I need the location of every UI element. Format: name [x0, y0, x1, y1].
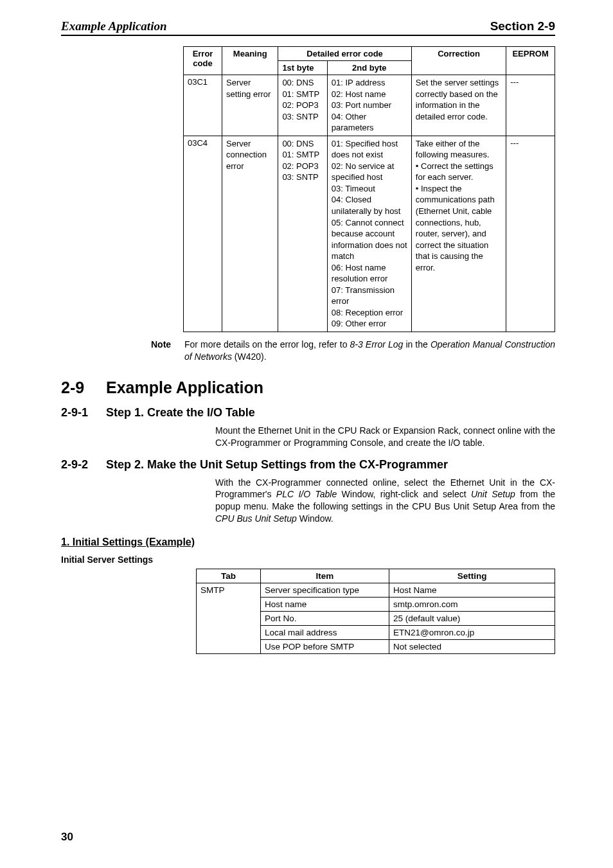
- note-text-suffix: (W420).: [232, 351, 267, 362]
- header-left: Example Application: [61, 19, 167, 33]
- subsection-body: With the CX-Programmer connected online,…: [215, 477, 555, 526]
- body-part: Window, right-click and select: [337, 489, 471, 499]
- cell-item: Port No.: [261, 612, 389, 626]
- cell-setting: Host Name: [389, 583, 555, 598]
- error-code-table: Error code Meaning Detailed error code C…: [183, 46, 555, 332]
- page-number: 30: [61, 831, 73, 844]
- initial-server-settings-heading: Initial Server Settings: [61, 554, 555, 565]
- th-error-code: Error code: [184, 47, 222, 75]
- th-eeprom: EEPROM: [506, 47, 555, 75]
- subsection-heading: 2-9-2Step 2. Make the Unit Setup Setting…: [61, 458, 555, 472]
- body-italic: CPU Bus Unit Setup: [215, 513, 297, 524]
- section-number: 2-9: [61, 378, 106, 397]
- cell-correction: Take either of the following measures. •…: [411, 136, 506, 332]
- section-title: Example Application: [106, 378, 263, 396]
- cell-correction: Set the server settings correctly based …: [411, 75, 506, 136]
- cell-eeprom: ---: [506, 136, 555, 332]
- cell-code: 03C4: [184, 136, 222, 332]
- header-right: Section 2-9: [490, 19, 555, 33]
- th-setting: Setting: [389, 569, 555, 583]
- subsection-number: 2-9-1: [61, 406, 106, 420]
- th-tab: Tab: [197, 569, 261, 583]
- note-text-mid: in the: [403, 339, 431, 350]
- section-heading: 2-9Example Application: [61, 378, 555, 397]
- settings-table: Tab Item Setting SMTP Server specificati…: [196, 569, 555, 654]
- cell-eeprom: ---: [506, 75, 555, 136]
- body-italic: PLC I/O Table: [276, 489, 337, 499]
- cell-code: 03C1: [184, 75, 222, 136]
- body-italic: Unit Setup: [471, 489, 515, 499]
- cell-meaning: Server connection error: [222, 136, 278, 332]
- table-row: 03C4 Server connection error 00: DNS 01:…: [184, 136, 555, 332]
- note: Note For more details on the error log, …: [151, 339, 555, 363]
- initial-settings-heading: 1. Initial Settings (Example): [61, 536, 555, 548]
- th-1st-byte: 1st byte: [278, 61, 327, 75]
- cell-setting: smtp.omron.com: [389, 598, 555, 612]
- table-row: 03C1 Server setting error 00: DNS 01: SM…: [184, 75, 555, 136]
- cell-byte1: 00: DNS 01: SMTP 02: POP3 03: SNTP: [278, 136, 327, 332]
- note-text-prefix: For more details on the error log, refer…: [184, 339, 350, 350]
- subsection-heading: 2-9-1Step 1. Create the I/O Table: [61, 406, 555, 420]
- cell-meaning: Server setting error: [222, 75, 278, 136]
- cell-byte2: 01: IP address 02: Host name 03: Port nu…: [327, 75, 411, 136]
- note-text: For more details on the error log, refer…: [184, 339, 555, 363]
- th-item: Item: [261, 569, 389, 583]
- th-meaning: Meaning: [222, 47, 278, 75]
- cell-item: Local mail address: [261, 626, 389, 640]
- subsection-title: Step 1. Create the I/O Table: [106, 406, 255, 419]
- cell-byte2: 01: Specified host does not exist 02: No…: [327, 136, 411, 332]
- table-row: SMTP Server specification type Host Name: [197, 583, 555, 598]
- subsection-body: Mount the Ethernet Unit in the CPU Rack …: [215, 425, 555, 449]
- cell-setting: Not selected: [389, 640, 555, 654]
- body-part: Window.: [297, 513, 333, 524]
- th-correction: Correction: [411, 47, 506, 75]
- cell-byte1: 00: DNS 01: SMTP 02: POP3 03: SNTP: [278, 75, 327, 136]
- th-2nd-byte: 2nd byte: [327, 61, 411, 75]
- subsection-title: Step 2. Make the Unit Setup Settings fro…: [106, 458, 448, 471]
- note-italic-1: 8-3 Error Log: [350, 339, 404, 350]
- subsection-number: 2-9-2: [61, 458, 106, 472]
- cell-item: Use POP before SMTP: [261, 640, 389, 654]
- cell-setting: 25 (default value): [389, 612, 555, 626]
- th-detailed: Detailed error code: [278, 47, 411, 61]
- page-header: Example Application Section 2-9: [61, 19, 555, 36]
- cell-tab: SMTP: [197, 583, 261, 654]
- cell-item: Host name: [261, 598, 389, 612]
- cell-item: Server specification type: [261, 583, 389, 598]
- note-label: Note: [151, 339, 184, 363]
- cell-setting: ETN21@omron.co.jp: [389, 626, 555, 640]
